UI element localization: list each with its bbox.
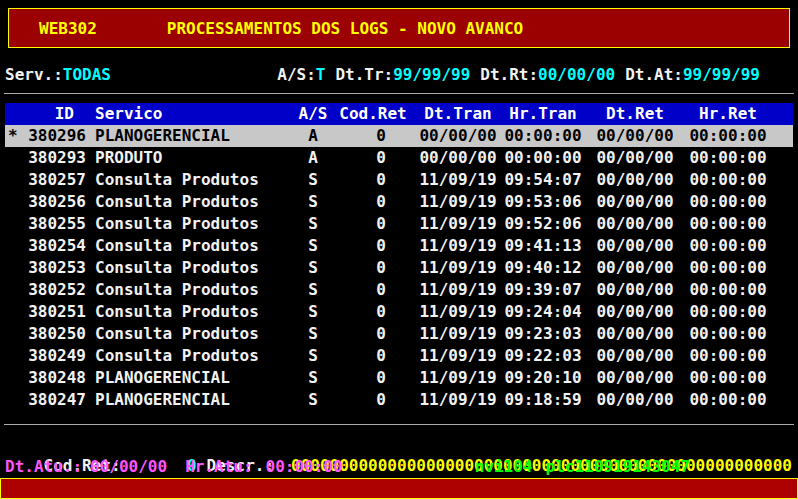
serv-value-field[interactable]: TODAS bbox=[63, 65, 111, 84]
cell-dt-tran: 11/09/19 bbox=[416, 279, 500, 301]
cell-cod-ret: 0 bbox=[330, 169, 416, 191]
table-row[interactable]: 380253Consulta ProdutosS011/09/1909:40:1… bbox=[5, 257, 793, 279]
cell-as: S bbox=[296, 279, 330, 301]
cell-marker bbox=[5, 213, 22, 235]
column-header-marker bbox=[5, 103, 22, 125]
as-label: A/S: bbox=[277, 65, 316, 84]
cell-dt-ret: 00/00/00 bbox=[586, 301, 684, 323]
filter-dt-tr: Dt.Tr:99/99/99 bbox=[335, 65, 470, 84]
table-row[interactable]: *380296PLANOGERENCIALA000/00/0000:00:000… bbox=[5, 125, 793, 147]
cell-as: S bbox=[296, 367, 330, 389]
cell-hr-tran: 09:52:06 bbox=[500, 213, 586, 235]
cell-id: 380257 bbox=[22, 169, 86, 191]
cell-dt-ret: 00/00/00 bbox=[586, 125, 684, 147]
page-title: PROCESSAMENTOS DOS LOGS - NOVO AVANCO bbox=[167, 19, 523, 38]
cell-hr-ret: 00:00:00 bbox=[684, 367, 772, 389]
cell-as: S bbox=[296, 235, 330, 257]
cell-servico: Consulta Produtos bbox=[86, 301, 296, 323]
dt-at-label: Dt.At: bbox=[625, 65, 683, 84]
cell-cod-ret: 0 bbox=[330, 323, 416, 345]
cell-servico: Consulta Produtos bbox=[86, 323, 296, 345]
table-row[interactable]: 380247PLANOGERENCIALS011/09/1909:18:5900… bbox=[5, 389, 793, 411]
cell-servico: PLANOGERENCIAL bbox=[86, 125, 296, 147]
cell-servico: Consulta Produtos bbox=[86, 345, 296, 367]
table-row[interactable]: 380249Consulta ProdutosS011/09/1909:22:0… bbox=[5, 345, 793, 367]
table-row[interactable]: 380248PLANOGERENCIALS011/09/1909:20:1000… bbox=[5, 367, 793, 389]
cell-as: S bbox=[296, 301, 330, 323]
cell-id: 380252 bbox=[22, 279, 86, 301]
process-code: plc110919143047 bbox=[546, 456, 691, 478]
cell-hr-tran: 00:00:00 bbox=[500, 147, 586, 169]
cell-hr-tran: 09:41:13 bbox=[500, 235, 586, 257]
cell-as: S bbox=[296, 389, 330, 411]
cell-cod-ret: 0 bbox=[330, 345, 416, 367]
table-row[interactable]: 380255Consulta ProdutosS011/09/1909:52:0… bbox=[5, 213, 793, 235]
cell-servico: PLANOGERENCIAL bbox=[86, 389, 296, 411]
as-value-field[interactable]: T bbox=[316, 65, 326, 84]
filter-line: Serv.:TODAS A/S:T Dt.Tr:99/99/99 Dt.Rt:0… bbox=[5, 63, 793, 85]
table-header-row: ID Servico A/S Cod.Ret Dt.Tran Hr.Tran D… bbox=[5, 103, 793, 125]
cell-dt-ret: 00/00/00 bbox=[586, 191, 684, 213]
cell-as: S bbox=[296, 191, 330, 213]
cell-marker bbox=[5, 367, 22, 389]
cell-as: S bbox=[296, 169, 330, 191]
title-bar: WEB302 PROCESSAMENTOS DOS LOGS - NOVO AV… bbox=[8, 8, 790, 48]
cell-as: S bbox=[296, 323, 330, 345]
cell-dt-tran: 11/09/19 bbox=[416, 169, 500, 191]
dt-at-value-field[interactable]: 99/99/99 bbox=[683, 65, 760, 84]
cell-marker: * bbox=[5, 125, 22, 147]
cell-servico: Consulta Produtos bbox=[86, 169, 296, 191]
cell-dt-ret: 00/00/00 bbox=[586, 257, 684, 279]
cell-hr-ret: 00:00:00 bbox=[684, 345, 772, 367]
cell-hr-tran: 09:40:12 bbox=[500, 257, 586, 279]
detail-line: Cod.Ret:0Descr.:000000000000000000000000… bbox=[5, 433, 792, 455]
column-header-hr-tran: Hr.Tran bbox=[500, 103, 586, 125]
cell-hr-tran: 09:22:03 bbox=[500, 345, 586, 367]
table-row[interactable]: 380252Consulta ProdutosS011/09/1909:39:0… bbox=[5, 279, 793, 301]
cell-as: S bbox=[296, 345, 330, 367]
dt-rt-value-field[interactable]: 00/00/00 bbox=[538, 65, 615, 84]
column-header-as: A/S bbox=[296, 103, 330, 125]
serv-label: Serv.: bbox=[5, 65, 63, 84]
cell-servico: PLANOGERENCIAL bbox=[86, 367, 296, 389]
cell-servico: Consulta Produtos bbox=[86, 279, 296, 301]
table-row[interactable]: 380254Consulta ProdutosS011/09/1909:41:1… bbox=[5, 235, 793, 257]
cell-servico: Consulta Produtos bbox=[86, 191, 296, 213]
cell-hr-ret: 00:00:00 bbox=[684, 191, 772, 213]
table-row[interactable]: 380257Consulta ProdutosS011/09/1909:54:0… bbox=[5, 169, 793, 191]
cell-hr-ret: 00:00:00 bbox=[684, 257, 772, 279]
table-row[interactable]: 380250Consulta ProdutosS011/09/1909:23:0… bbox=[5, 323, 793, 345]
cell-servico: Consulta Produtos bbox=[86, 235, 296, 257]
dt-tr-value-field[interactable]: 99/99/99 bbox=[393, 65, 470, 84]
cell-id: 380256 bbox=[22, 191, 86, 213]
cell-hr-ret: 00:00:00 bbox=[684, 279, 772, 301]
cell-id: 380250 bbox=[22, 323, 86, 345]
cell-hr-ret: 00:00:00 bbox=[684, 169, 772, 191]
cell-id: 380249 bbox=[22, 345, 86, 367]
table-row[interactable]: 380256Consulta ProdutosS011/09/1909:53:0… bbox=[5, 191, 793, 213]
cell-cod-ret: 0 bbox=[330, 279, 416, 301]
cell-dt-ret: 00/00/00 bbox=[586, 367, 684, 389]
dt-tr-label: Dt.Tr: bbox=[335, 65, 393, 84]
cell-dt-ret: 00/00/00 bbox=[586, 323, 684, 345]
dt-rt-label: Dt.Rt: bbox=[480, 65, 538, 84]
cell-as: A bbox=[296, 125, 330, 147]
cell-id: 380255 bbox=[22, 213, 86, 235]
cell-hr-tran: 09:18:59 bbox=[500, 389, 586, 411]
dt-atu-value: 00/00/00 bbox=[90, 456, 167, 478]
table-row[interactable]: 380251Consulta ProdutosS011/09/1909:24:0… bbox=[5, 301, 793, 323]
cell-marker bbox=[5, 235, 22, 257]
cell-id: 380247 bbox=[22, 389, 86, 411]
filter-dt-at: Dt.At:99/99/99 bbox=[625, 65, 760, 84]
cell-id: 380253 bbox=[22, 257, 86, 279]
cell-marker bbox=[5, 191, 22, 213]
filter-serv: Serv.:TODAS bbox=[5, 65, 111, 84]
table-row[interactable]: 380293PRODUTOA000/00/0000:00:0000/00/000… bbox=[5, 147, 793, 169]
divider-bottom bbox=[4, 424, 794, 425]
cell-hr-ret: 00:00:00 bbox=[684, 235, 772, 257]
hr-atu-label: Hr.Atu: bbox=[185, 456, 252, 478]
cell-hr-ret: 00:00:00 bbox=[684, 125, 772, 147]
cell-hr-tran: 09:23:03 bbox=[500, 323, 586, 345]
cell-hr-tran: 00:00:00 bbox=[500, 125, 586, 147]
cell-dt-ret: 00/00/00 bbox=[586, 213, 684, 235]
